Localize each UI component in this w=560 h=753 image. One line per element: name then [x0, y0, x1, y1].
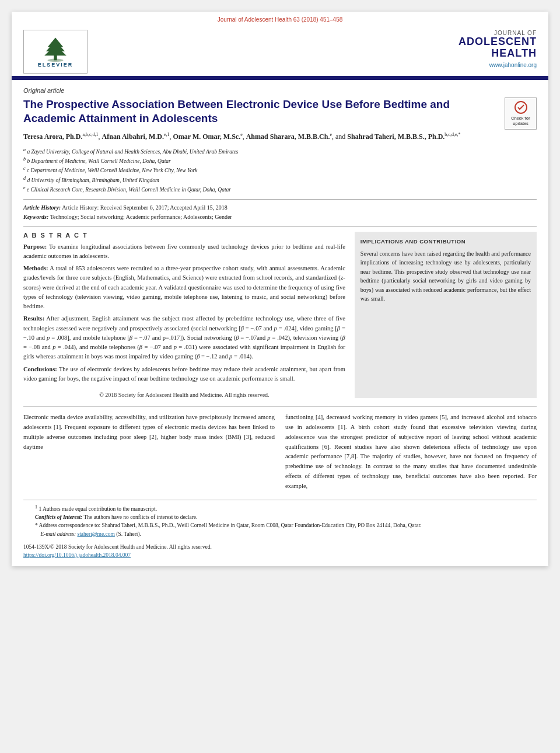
article-title-text: The Prospective Association Between Elec…	[23, 98, 450, 124]
methods-label: Methods:	[23, 265, 48, 271]
elsevier-text: ELSEVIER	[38, 62, 74, 68]
top-header: ELSEVIER JOURNAL OF ADOLESCENT HEALTH ww…	[12, 25, 548, 77]
keywords-line: Keywords: Technology; Social networking;…	[23, 212, 537, 222]
check-for-updates-badge: Check for updates	[505, 97, 537, 130]
history-line: Article History: Article History: Receiv…	[23, 203, 537, 212]
purpose-label: Purpose:	[23, 243, 47, 250]
elsevier-tree-icon	[35, 36, 76, 62]
abstract-column: A B S T R A C T Purpose: To examine long…	[23, 232, 345, 399]
elsevier-logo: ELSEVIER	[23, 30, 93, 76]
article-title: The Prospective Association Between Elec…	[23, 97, 537, 126]
footer-section: 1054-139X/© 2018 Society for Adolescent …	[12, 538, 548, 567]
author-1: Teresa Arora, Ph.D.a,b,c,d,1,	[23, 133, 102, 141]
footnote-email: E-mail address: staheri@me.com (S. Taher…	[35, 530, 525, 538]
footer-copyright: 1054-139X/© 2018 Society for Adolescent …	[23, 543, 537, 551]
affiliation-d: d d University of Birmingham, Birmingham…	[23, 175, 537, 184]
page: Journal of Adolescent Health 63 (2018) 4…	[12, 12, 548, 566]
body-section: Electronic media device availability, ac…	[12, 413, 548, 494]
body-col-1: Electronic media device availability, ac…	[23, 413, 275, 494]
implications-heading: IMPLICATIONS AND CONTRIBUTION	[360, 238, 531, 246]
conclusions-label: Conclusions:	[23, 366, 57, 372]
conclusions-text: The use of electronic devices by adolesc…	[23, 366, 345, 382]
purpose-text: To examine longitudinal associations bet…	[23, 243, 345, 259]
body-col-2: functioning [4], decreased working memor…	[285, 413, 537, 494]
abstract-text: Purpose: To examine longitudinal associa…	[23, 242, 345, 384]
footnotes-section: 1 1 Authors made equal contribution to t…	[23, 500, 537, 538]
author-3: Omar M. Omar, M.Sc.e,	[173, 133, 246, 141]
journal-ref-line: Journal of Adolescent Health 63 (2018) 4…	[12, 12, 548, 25]
elsevier-logo-box: ELSEVIER	[23, 30, 88, 74]
journal-ref: Journal of Adolescent Health 63 (2018) 4…	[218, 16, 343, 23]
author-2: Afnan Albahri, M.D.e,1,	[102, 133, 173, 141]
affiliations: a a Zayed University, College of Natural…	[23, 147, 537, 194]
footnote-conflicts: Conflicts of Interest: The authors have …	[35, 513, 525, 521]
implications-text: Several concerns have been raised regard…	[360, 249, 531, 304]
abstract-copyright: © 2018 Society for Adolescent Health and…	[23, 388, 345, 398]
footnote-corresponding: * Address correspondence to: Shahrad Tah…	[35, 521, 525, 529]
abstract-results: Results: After adjustment, English attai…	[23, 314, 345, 361]
journal-name-2: HEALTH	[459, 48, 537, 60]
journal-branding: JOURNAL OF ADOLESCENT HEALTH www.jahonli…	[459, 30, 537, 72]
doi-link[interactable]: https://doi.org/10.1016/j.jadohealth.201…	[23, 552, 131, 558]
abstract-divider	[23, 226, 537, 227]
authors-line: Teresa Arora, Ph.D.a,b,c,d,1, Afnan Alba…	[23, 131, 537, 142]
abstract-methods: Methods: A total of 853 adolescents were…	[23, 264, 345, 311]
author-5: Shahrad Taheri, M.B.B.S., Ph.D.b,c,d,e,*	[347, 133, 460, 141]
body-text-1: Electronic media device availability, ac…	[23, 413, 275, 452]
journal-website[interactable]: www.jahonline.org	[459, 62, 537, 68]
results-text: After adjustment, English attainment was…	[23, 315, 345, 360]
author-4: Ahmad Sharara, M.B.B.Ch.e, and	[246, 133, 348, 141]
affiliation-b: b b Department of Medicine, Weill Cornel…	[23, 156, 537, 165]
check-badge-text: Check for updates	[505, 116, 536, 127]
abstract-conclusions: Conclusions: The use of electronic devic…	[23, 365, 345, 384]
abstract-heading: A B S T R A C T	[23, 232, 345, 239]
article-history: Article History: Article History: Receiv…	[23, 199, 537, 222]
journal-name-1: ADOLESCENT	[459, 36, 537, 48]
implications-column: IMPLICATIONS AND CONTRIBUTION Several co…	[355, 232, 537, 399]
footer-doi: https://doi.org/10.1016/j.jadohealth.201…	[23, 551, 537, 559]
check-icon	[514, 100, 528, 114]
body-text-2: functioning [4], decreased working memor…	[285, 413, 537, 491]
email-link[interactable]: staheri@me.com	[77, 531, 114, 537]
abstract-purpose: Purpose: To examine longitudinal associa…	[23, 242, 345, 262]
footnote-1: 1 1 Authors made equal contribution to t…	[35, 504, 525, 513]
content-area: Original article The Prospective Associa…	[12, 80, 548, 398]
article-type: Original article	[23, 87, 537, 94]
affiliation-a: a a Zayed University, College of Natural…	[23, 147, 537, 156]
affiliation-c: c c Department of Medicine, Weill Cornel…	[23, 165, 537, 175]
affiliation-e: e e Clinical Research Core, Research Div…	[23, 184, 537, 194]
abstract-section: A B S T R A C T Purpose: To examine long…	[23, 232, 537, 399]
methods-text: A total of 853 adolescents were recruite…	[23, 265, 345, 309]
results-label: Results:	[23, 315, 44, 322]
body-divider	[23, 406, 537, 407]
